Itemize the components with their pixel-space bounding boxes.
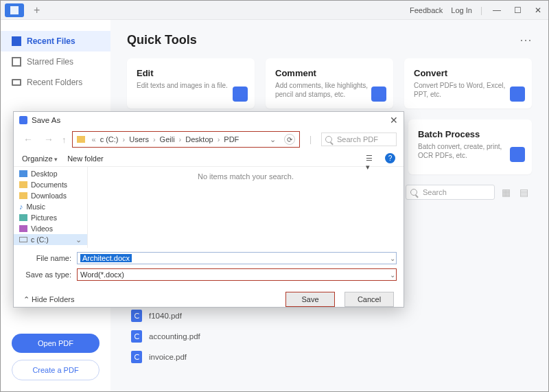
folder-icon (12, 79, 21, 86)
maximize-button[interactable]: ☐ (511, 5, 524, 15)
card-title: Batch Process (418, 129, 522, 139)
view-grid-icon[interactable]: ▤ (519, 187, 530, 198)
sidebar-item-label: Recent Files (27, 36, 75, 46)
view-mode-button[interactable]: ☰ ▾ (366, 154, 378, 163)
pictures-icon (19, 214, 27, 221)
cancel-button[interactable]: Cancel (344, 292, 394, 307)
filename-input[interactable]: Architect.docx (77, 252, 397, 264)
videos-icon (19, 225, 27, 232)
dialog-title: Save As (32, 116, 60, 124)
app-logo-icon (19, 116, 27, 124)
star-icon (12, 57, 21, 67)
close-dialog-button[interactable]: ✕ (390, 115, 398, 126)
edit-icon (233, 87, 248, 102)
sidebar-item-label: Recent Folders (27, 78, 82, 87)
dialog-search-placeholder: Search PDF (337, 135, 378, 143)
help-button[interactable]: ? (385, 153, 395, 163)
chevron-down-icon[interactable]: ⌄ (390, 255, 395, 262)
card-title: Edit (137, 68, 245, 78)
nav-back-button[interactable]: ← (21, 134, 36, 145)
tree-item-pictures[interactable]: Pictures (14, 212, 87, 223)
refresh-button[interactable]: ⟳ (284, 134, 295, 145)
breadcrumb[interactable]: « c (C:)› Users› Geili› Desktop› PDF ⌄ ⟳ (72, 131, 300, 148)
card-comment[interactable]: Comment Add comments, like highlights, p… (266, 58, 393, 108)
organize-menu[interactable]: Organize (22, 154, 58, 163)
card-desc: Add comments, like highlights, pencil an… (275, 81, 371, 99)
save-as-dialog: Save As ✕ ← → ↑ « c (C:)› Users› Geili› … (13, 111, 404, 308)
comment-icon (371, 87, 386, 102)
sidebar-item-recent-files[interactable]: Recent Files (1, 31, 110, 51)
search-icon (410, 189, 417, 196)
minimize-button[interactable]: — (491, 5, 503, 15)
card-title: Convert (414, 68, 522, 78)
tree-item-music[interactable]: ♪Music (14, 201, 87, 212)
card-batch-process[interactable]: Batch Process Batch convert, create, pri… (408, 119, 532, 174)
tree-item-downloads[interactable]: Downloads (14, 190, 87, 201)
file-icon (12, 36, 21, 46)
tree-item-videos[interactable]: Videos (14, 223, 87, 234)
search-placeholder: Search (423, 188, 447, 196)
recent-files-list: f1040.pdf accounting.pdf invoice.pdf (131, 310, 200, 363)
file-item[interactable]: f1040.pdf (131, 310, 200, 322)
app-logo-icon (10, 6, 19, 14)
dialog-search-input[interactable]: Search PDF (321, 132, 397, 146)
batch-icon (510, 147, 525, 162)
crumb[interactable]: Users (129, 135, 149, 143)
view-compact-icon[interactable]: ▦ (502, 187, 513, 198)
pdf-icon (131, 351, 142, 363)
tree-item-drive-c[interactable]: c (C:)⌄ (14, 234, 87, 245)
create-pdf-button[interactable]: Create a PDF (12, 360, 100, 380)
file-name: invoice.pdf (149, 353, 187, 361)
nav-forward-button[interactable]: → (41, 134, 56, 145)
open-pdf-button[interactable]: Open PDF (12, 334, 100, 353)
chevron-down-icon[interactable]: ⌄ (75, 235, 82, 244)
savetype-select[interactable]: Word(*.docx) (77, 268, 397, 281)
crumb[interactable]: Geili (160, 135, 175, 143)
savetype-value: Word(*.docx) (80, 270, 124, 279)
more-menu-button[interactable]: ⋯ (519, 32, 532, 47)
hide-folders-toggle[interactable]: Hide Folders (23, 295, 74, 304)
card-desc: Batch convert, create, print, OCR PDFs, … (418, 142, 514, 160)
crumb[interactable]: PDF (224, 135, 239, 143)
file-name: f1040.pdf (149, 312, 182, 320)
sidebar-item-starred-files[interactable]: Starred Files (1, 51, 110, 72)
separator: | (480, 5, 482, 15)
crumb[interactable]: Desktop (185, 135, 213, 143)
login-link[interactable]: Log In (451, 6, 472, 14)
card-title: Comment (275, 68, 384, 78)
card-desc: Edit texts and images in a file. (137, 81, 233, 90)
svg-rect-0 (10, 6, 19, 14)
card-desc: Convert PDFs to Word, Excel, PPT, etc. (414, 81, 510, 99)
save-button[interactable]: Save (285, 292, 335, 307)
folder-icon (19, 181, 27, 188)
chevron-down-icon[interactable]: ⌄ (270, 135, 276, 144)
file-name: accounting.pdf (149, 332, 200, 341)
new-folder-button[interactable]: New folder (67, 154, 104, 163)
new-tab-button[interactable]: + (28, 4, 45, 16)
sidebar-item-recent-folders[interactable]: Recent Folders (1, 72, 110, 93)
nav-up-button[interactable]: ↑ (62, 135, 67, 145)
folder-icon (19, 192, 27, 199)
file-item[interactable]: accounting.pdf (131, 330, 200, 343)
crumb[interactable]: c (C:) (100, 135, 119, 143)
feedback-link[interactable]: Feedback (410, 6, 443, 14)
empty-message: No items match your search. (198, 172, 294, 181)
title-bar: + Feedback Log In | — ☐ ✕ (1, 1, 548, 20)
desktop-icon (19, 170, 27, 177)
page-title: Quick Tools (127, 33, 197, 47)
folder-icon (77, 136, 85, 143)
filename-value: Architect.docx (80, 254, 132, 262)
pdf-icon (131, 310, 142, 322)
sidebar-item-label: Starred Files (27, 57, 73, 67)
chevron-down-icon[interactable]: ⌄ (390, 271, 395, 279)
tree-item-desktop[interactable]: Desktop (14, 168, 87, 179)
file-item[interactable]: invoice.pdf (131, 351, 200, 363)
tree-item-documents[interactable]: Documents (14, 179, 87, 190)
search-input[interactable]: Search (406, 185, 495, 200)
card-convert[interactable]: Convert Convert PDFs to Word, Excel, PPT… (404, 58, 532, 108)
drive-icon (19, 237, 27, 242)
convert-icon (510, 87, 525, 102)
card-edit[interactable]: Edit Edit texts and images in a file. (127, 58, 255, 108)
home-tab[interactable] (5, 3, 24, 17)
close-window-button[interactable]: ✕ (532, 5, 544, 15)
